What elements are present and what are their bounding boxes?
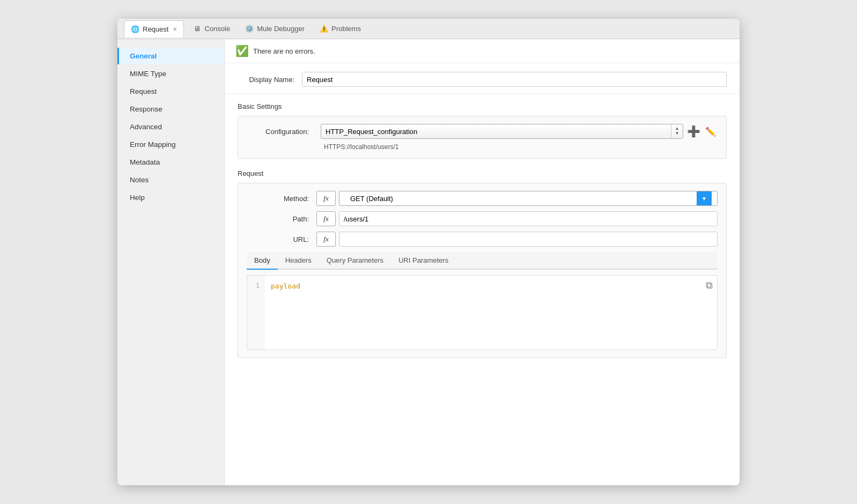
main-area: General MIME Type Request Response Advan… [117,39,740,485]
sidebar-item-advanced[interactable]: Advanced [117,118,224,135]
tab-console-label: Console [204,25,230,33]
line-numbers: 1 [247,276,264,350]
method-value: GET (Default) [345,195,393,203]
tab-request-label: Request [143,25,168,33]
sidebar: General MIME Type Request Response Advan… [117,39,225,485]
path-input[interactable] [339,211,718,226]
url-row: URL: fx [247,232,718,247]
tab-mule-label: Mule Debugger [257,25,305,33]
sidebar-item-mime-type[interactable]: MIME Type [117,65,224,82]
method-label: Method: [247,195,316,203]
url-input[interactable] [339,232,718,247]
basic-settings-title: Basic Settings [238,100,727,110]
edit-config-button[interactable]: ✏️ [704,124,718,138]
configuration-value: HTTP_Request_configuration [326,128,417,136]
request-section-title: Request [238,167,727,177]
code-editor: 1 payload ⧉ [247,275,718,350]
configuration-select-wrapper: HTTP_Request_configuration ▲ ▼ ➕ ✏️ [321,124,718,139]
method-fx-button[interactable]: fx [316,191,336,206]
down-arrow-icon: ▼ [675,131,679,136]
method-dropdown-icon[interactable]: ▼ [697,191,712,206]
display-name-input[interactable] [302,72,727,87]
sidebar-item-request[interactable]: Request [117,83,224,100]
sidebar-item-notes[interactable]: Notes [117,172,224,188]
path-label: Path: [247,215,316,223]
url-fx-button[interactable]: fx [316,232,336,247]
config-arrows[interactable]: ▲ ▼ [671,124,683,138]
code-expand-icon[interactable]: ⧉ [706,280,713,291]
url-label: URL: [247,235,316,243]
tab-close-button[interactable]: ✕ [173,26,177,32]
configuration-row: Configuration: HTTP_Request_configuratio… [247,124,718,139]
path-row: Path: fx [247,211,718,226]
configuration-label: Configuration: [247,128,316,136]
monitor-icon: 🖥 [193,25,201,33]
tab-headers[interactable]: Headers [278,252,319,270]
inner-tab-bar: Body Headers Query Parameters URI Parame… [247,252,718,270]
tab-console[interactable]: 🖥 Console [186,20,237,38]
tab-bar: 🌐 Request ✕ 🖥 Console ⚙️ Mule Debugger ⚠… [117,19,740,39]
add-config-button[interactable]: ➕ [686,124,700,138]
status-text: There are no errors. [253,47,315,55]
gear-icon: ⚙️ [245,25,254,33]
tab-request[interactable]: 🌐 Request ✕ [124,20,184,38]
path-fx-button[interactable]: fx [316,211,336,226]
tab-body[interactable]: Body [247,252,278,270]
status-bar: ✅ There are no errors. [225,39,740,63]
code-line-1: payload [271,282,300,290]
tab-mule-debugger[interactable]: ⚙️ Mule Debugger [239,20,311,38]
check-circle-icon: ✅ [235,45,249,57]
globe-icon: 🌐 [131,25,139,33]
display-name-section: Display Name: [225,63,740,94]
method-select[interactable]: GET (Default) ▼ [339,191,718,206]
sidebar-item-response[interactable]: Response [117,101,224,117]
tab-problems-label: Problems [331,25,361,33]
tab-query-parameters[interactable]: Query Parameters [319,252,391,270]
sidebar-item-help[interactable]: Help [117,189,224,206]
sidebar-item-error-mapping[interactable]: Error Mapping [117,136,224,153]
method-row: Method: fx GET (Default) ▼ [247,191,718,206]
warning-icon: ⚠️ [320,25,328,33]
configuration-select[interactable]: HTTP_Request_configuration ▲ ▼ [321,124,683,139]
sidebar-item-general[interactable]: General [117,48,224,64]
sidebar-item-metadata[interactable]: Metadata [117,154,224,171]
main-window: 🌐 Request ✕ 🖥 Console ⚙️ Mule Debugger ⚠… [117,19,740,485]
content-panel: ✅ There are no errors. Display Name: Bas… [225,39,740,485]
tab-uri-parameters[interactable]: URI Parameters [391,252,456,270]
code-body[interactable]: payload [264,276,717,350]
display-name-label: Display Name: [238,76,302,84]
https-url-text: HTTPS://localhost/users/1 [247,143,718,151]
tab-problems[interactable]: ⚠️ Problems [313,20,367,38]
